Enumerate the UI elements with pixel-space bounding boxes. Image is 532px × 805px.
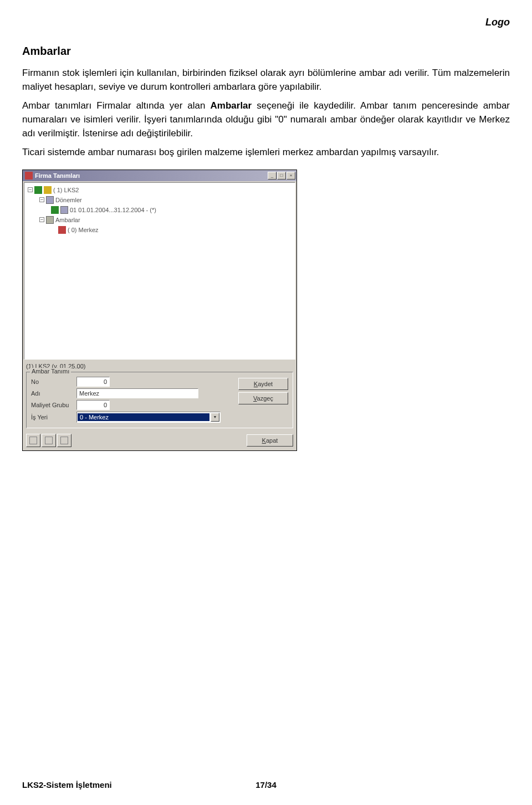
footer-page: 17/34 <box>255 780 277 789</box>
open-icon <box>45 437 53 444</box>
truck-icon <box>58 226 66 234</box>
tool-button-2[interactable] <box>42 434 56 447</box>
document-icon <box>29 437 37 444</box>
plus-icon <box>51 206 59 214</box>
adi-input[interactable]: Merkez <box>76 388 198 398</box>
tree-donem-item[interactable]: 01 01.01.2004...31.12.2004 - (*) <box>70 207 156 213</box>
footer-left: LKS2-Sistem İşletmeni <box>22 780 112 789</box>
app-icon <box>25 172 33 180</box>
maximize-button[interactable]: □ <box>277 172 286 180</box>
page-footer: LKS2-Sistem İşletmeni 17/34 <box>22 780 510 789</box>
tree-ambarlar-label[interactable]: Ambarlar <box>55 217 80 223</box>
p2-pre: Ambar tanımları Firmalar altında yer ala… <box>22 100 211 111</box>
tree-view[interactable]: − ( 1) LKS2 − Dönemler 01 01.01.2004...3… <box>24 182 295 360</box>
calendar-item-icon <box>60 206 68 214</box>
maliyet-input[interactable]: 0 <box>76 400 110 410</box>
isyeri-label: İş Yeri <box>31 414 73 421</box>
paragraph-1: Firmanın stok işlemleri için kullanılan,… <box>22 66 510 94</box>
expand-root-icon[interactable]: − <box>28 187 33 192</box>
vazgec-rest: azgeç <box>257 395 273 402</box>
isyeri-combo[interactable]: 0 - Merkez ▼ <box>76 412 221 423</box>
firm-icon <box>44 186 52 194</box>
tree-donemler-label[interactable]: Dönemler <box>55 197 82 203</box>
minimize-button[interactable]: _ <box>268 172 277 180</box>
kaydet-button[interactable]: Kaydet <box>238 378 288 390</box>
expand-donemler-icon[interactable]: − <box>39 197 44 202</box>
save-icon <box>60 437 68 444</box>
chevron-down-icon[interactable]: ▼ <box>211 413 219 422</box>
titlebar: Firma Tanımları _ □ × <box>23 170 296 181</box>
kapat-rest: apat <box>266 437 278 444</box>
section-title: Ambarlar <box>22 45 510 58</box>
vazgec-button[interactable]: Vazgeç <box>238 392 288 404</box>
p2-bold: Ambarlar <box>211 100 252 111</box>
header-logo: Logo <box>22 17 510 28</box>
calendar-icon <box>46 196 54 204</box>
app-window: Firma Tanımları _ □ × − ( 1) LKS2 − Döne… <box>22 170 297 451</box>
plus-icon <box>34 186 42 194</box>
kaydet-rest: aydet <box>258 381 273 387</box>
tree-ambar-item[interactable]: ( 0) Merkez <box>68 227 99 233</box>
warehouse-icon <box>46 216 54 224</box>
fieldset-legend: Ambar Tanımı <box>30 368 71 375</box>
paragraph-2: Ambar tanımları Firmalar altında yer ala… <box>22 99 510 140</box>
ambar-form-fieldset: Ambar Tanımı No 0 Adı Merkez Maliyet Gru… <box>26 372 293 428</box>
expand-ambarlar-icon[interactable]: − <box>39 217 44 222</box>
adi-label: Adı <box>31 390 73 397</box>
window-title: Firma Tanımları <box>35 172 80 179</box>
close-button[interactable]: × <box>287 172 295 180</box>
kapat-button[interactable]: Kapat <box>247 434 293 447</box>
bottom-toolbar: Kapat <box>23 432 296 450</box>
no-label: No <box>31 378 73 385</box>
isyeri-value: 0 - Merkez <box>78 413 209 421</box>
tool-button-3[interactable] <box>57 434 71 447</box>
tool-button-1[interactable] <box>26 434 40 447</box>
paragraph-3: Ticari sistemde ambar numarası boş giril… <box>22 146 510 160</box>
maliyet-label: Maliyet Grubu <box>31 402 73 408</box>
tree-root-label[interactable]: ( 1) LKS2 <box>53 187 79 193</box>
no-input[interactable]: 0 <box>76 377 110 387</box>
